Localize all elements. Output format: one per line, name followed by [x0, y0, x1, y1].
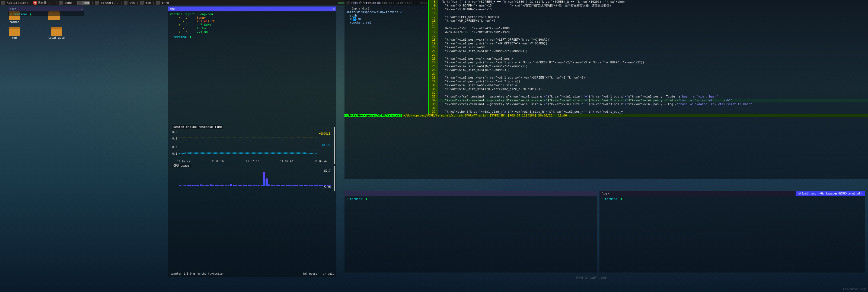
code-line[interactable]: 30 "k-var">win3_size_w=$"k-var">win2_siz…	[429, 83, 868, 87]
weather-header: Weather report: HangZhou	[170, 12, 335, 16]
netrw-file[interactable]: runchart.yml	[346, 21, 426, 24]
sampler-version: sampler 1.1.0 @ runchart.ymlction	[170, 272, 224, 275]
legend-baidu: •BAIDU	[320, 144, 330, 147]
code-line[interactable]: 8 "k-kw">if (( $"k-var">SCREEN_H == "k-n…	[429, 0, 868, 4]
pause-hint[interactable]: (p) pause	[303, 272, 317, 275]
prompt[interactable]: → terminal ▮	[601, 197, 622, 201]
vim-statusline: </btfz/Workspaces/WORK/terminal ~/Worksp…	[344, 114, 868, 117]
chart-title: Search engine response time	[172, 125, 223, 129]
code-line[interactable]: 14	[429, 23, 868, 27]
vim-help-hint: " Press ? for help	[346, 1, 426, 5]
titlebar-cmd[interactable]: cmd×	[168, 6, 336, 11]
task-sys[interactable]: sys	[124, 1, 135, 5]
applications-menu[interactable]: Applications	[1, 1, 28, 5]
vim-buffer[interactable]: 8 "k-kw">if (( $"k-var">SCREEN_H == "k-n…	[429, 0, 868, 114]
window-vim[interactable]: " Press ? for help .. (up a dir) <btfz/W…	[344, 0, 868, 179]
code-line[interactable]: 19 "k-var">win1_pos_y=$(("k-var">UP_OFFS…	[429, 42, 868, 45]
sampler-statusline: sampler 1.1.0 @ runchart.ymlction (p) pa…	[170, 272, 334, 275]
titlebar[interactable]	[344, 191, 597, 196]
window-code[interactable]: code× → terminal ▮	[8, 6, 84, 16]
code-line[interactable]: 21 "k-var">win1_size_h=$((H*"k-num">2/"k…	[429, 49, 868, 53]
tab-terminal[interactable]: btfz@lt-pc: ~/Workspaces/WORK/terminal×	[796, 191, 865, 196]
code-line[interactable]: 24 "k-var">win2_pos_y=$(("k-var">win1_po…	[429, 61, 868, 65]
code-line[interactable]: 35 "k-cmd">xfce4-terminal --geometry $"k…	[429, 102, 868, 106]
cpu-graph-icon[interactable]	[338, 1, 344, 5]
code-line[interactable]: 15 H="k-num">50 "k-cmt">#"k-num">1080	[429, 27, 868, 30]
window-log[interactable]: log× btfz@lt-pc: ~/Workspaces/WORK/termi…	[599, 191, 865, 272]
prompt[interactable]: → terminal ▮	[346, 197, 368, 201]
code-line[interactable]: 18 "k-var">win1_pos_x=$(("k-var">LEFT_OF…	[429, 38, 868, 42]
window-cmd[interactable]: cmd× Weather report: HangZhou \ / Sunny …	[168, 6, 336, 278]
watermark-duowan: bbs.duowan.com	[843, 287, 866, 290]
code-line[interactable]: 12 "k-var">LEFT_OFFSET=$"k-num">3	[429, 15, 868, 19]
code-line[interactable]: 22	[429, 53, 868, 57]
code-line[interactable]: 27	[429, 72, 868, 76]
tab-log[interactable]: log×	[599, 191, 612, 196]
prompt[interactable]: → terminal ▮	[170, 35, 191, 39]
quit-hint[interactable]: (q) quit	[321, 272, 334, 275]
code-line[interactable]: 13 "k-var">UP_OFFSET=$"k-num">4	[429, 19, 868, 23]
weather-block: Weather report: HangZhou \ / Sunny .-. +…	[170, 12, 335, 34]
task-blog[interactable]: V博客园-...	[33, 1, 54, 5]
cpu-current: 5.78	[324, 186, 331, 189]
task-info[interactable]: info	[156, 1, 169, 5]
code-line[interactable]: 11	[429, 11, 868, 15]
code-line[interactable]: 33 "k-cmd">xfce4-terminal --geometry $"k…	[429, 95, 868, 99]
code-line[interactable]: 34 "k-cmd">xfce4-terminal --geometry $"k…	[429, 99, 868, 102]
code-line[interactable]: 29 "k-var">win3_pos_y=$(("k-var">win2_po…	[429, 80, 868, 83]
code-line[interactable]: 32	[429, 91, 868, 95]
vim-netrw[interactable]: " Press ? for help .. (up a dir) <btfz/W…	[344, 0, 429, 114]
window-terminal-bottom[interactable]: → terminal ▮	[344, 191, 597, 272]
menu-icon	[1, 1, 5, 5]
task-code[interactable]: code	[59, 1, 72, 5]
chart-response-time: Search engine response time 0.2 0.1 0.2 …	[170, 127, 335, 164]
code-line[interactable]: 16 W="k-num">189 "k-cmt">#"k-num">1920	[429, 30, 868, 34]
netrw-file[interactable]: a.sh	[346, 14, 426, 17]
code-line[interactable]: 37 "k-kw">echo $"k-var">win1_size_w'x'$"…	[429, 110, 868, 114]
netrw-file-run[interactable]: run.sh	[346, 17, 426, 21]
close-icon[interactable]: ×	[81, 8, 83, 10]
code-line[interactable]: 36	[429, 106, 868, 110]
folder-icon	[51, 27, 62, 36]
code-line[interactable]: 31 "k-var">win3_size_h=$(("k-var">win2_s…	[429, 87, 868, 91]
vim-cursor: n	[353, 17, 356, 21]
code-line[interactable]: 23 "k-var">win2_pos_x=$"k-var">win1_pos_…	[429, 57, 868, 61]
watermark-ahgame: WWW.AHGAME.COM	[577, 276, 608, 280]
titlebar-code[interactable]: code×	[8, 6, 84, 11]
close-icon[interactable]: ×	[608, 192, 609, 195]
cpu-bars	[179, 169, 331, 186]
code-line[interactable]: 25 "k-var">win2_size_w=$((W/"k-num">2-"k…	[429, 65, 868, 68]
prompt[interactable]: → terminal ▮	[10, 12, 31, 16]
chart-title: CPU usage	[172, 164, 191, 168]
code-line[interactable]: 17	[429, 34, 868, 38]
close-icon[interactable]: ×	[333, 8, 335, 10]
task-cmd[interactable]: cmd	[77, 1, 90, 5]
chart-xticks: 11:07:27 11:07:32 11:07:37 11:07:42 11:0…	[172, 160, 333, 163]
v-icon: V	[33, 1, 37, 5]
code-line[interactable]: 10 "k-var">Y_BOARD="k-num">15	[429, 8, 868, 11]
desktop-folder-tmp[interactable]: tmp	[9, 27, 20, 39]
task-mem[interactable]: mem	[140, 1, 151, 5]
folder-icon	[9, 27, 20, 36]
vim-status-path: </btfz/Workspaces/WORK/terminal	[344, 114, 402, 117]
task-btfz[interactable]: btfz@lt...	[95, 1, 119, 5]
netrw-up[interactable]: .. (up a dir)	[346, 7, 426, 10]
tabbar: log× btfz@lt-pc: ~/Workspaces/WORK/termi…	[599, 191, 865, 196]
weather-ascii: \ / Sunny .-. +31(41) °C ― ( ) ― ← 7 km/…	[170, 16, 335, 34]
chart-cpu: CPU usage 82.7 5.78	[170, 166, 335, 191]
netrw-path: <btfz/Workspaces/WORK/terminal/	[346, 10, 426, 14]
code-line[interactable]: 26 "k-var">win2_size_h=$((H/"k-num">3))	[429, 68, 868, 72]
code-line[interactable]: 9 "k-var">X_BOARD="k-num">15 "k-cmt">#窗口…	[429, 4, 868, 8]
close-icon[interactable]: ×	[861, 192, 863, 195]
desktop-folder-localauto[interactable]: local auto	[48, 27, 65, 39]
code-line[interactable]: 28 "k-var">win3_pos_x=$(("k-var">win1_po…	[429, 76, 868, 80]
code-line[interactable]: 20 "k-var">win1_size_w=$W	[429, 45, 868, 49]
applications-label: Applications	[7, 1, 28, 5]
legend-google: •GOOGLE	[319, 132, 330, 135]
